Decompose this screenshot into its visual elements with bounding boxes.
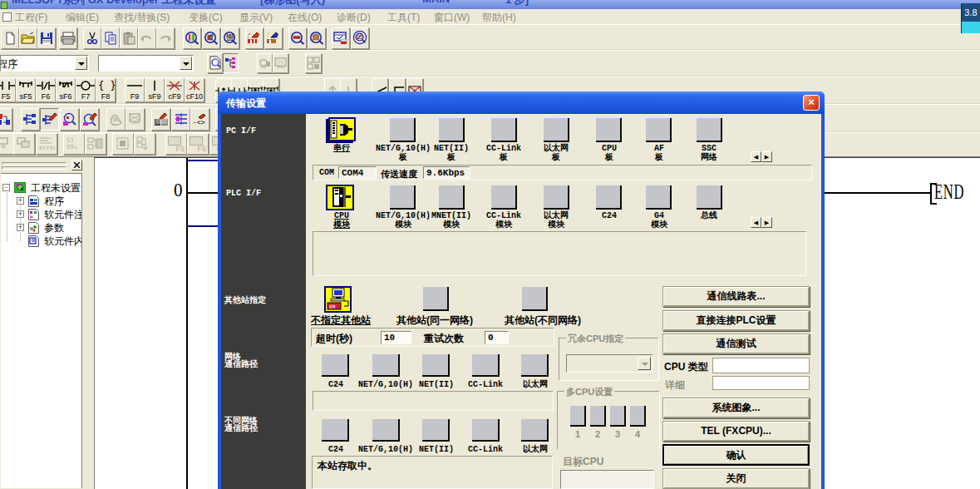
svg-text:S9↓: S9↓ [66,143,78,151]
svg-text:EM: EM [329,304,336,309]
svg-text:123: 123 [227,37,234,42]
svg-text:{ }: { } [98,80,115,91]
svg-text:error: error [39,145,55,151]
svg-text:-<>: -<> [193,119,205,126]
